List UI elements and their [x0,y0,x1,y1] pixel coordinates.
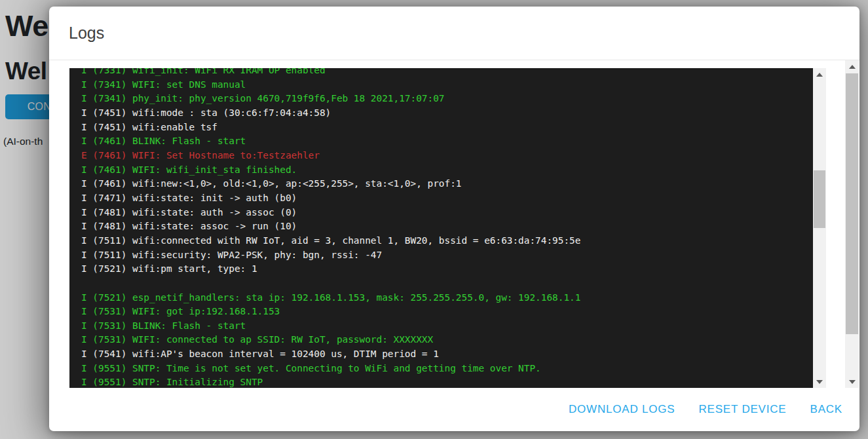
scroll-up-icon[interactable] [813,69,826,80]
log-line: I (7331) wifi_init: WiFi RX IRAM OP enab… [81,68,813,78]
log-line: I (7341) WIFI: set DNS manual [81,78,813,92]
log-scrollbar-thumb[interactable] [814,170,825,228]
log-line: E (7461) WIFI: Set Hostname to:Testzaehl… [81,149,813,163]
reset-device-button[interactable]: RESET DEVICE [699,403,787,416]
dialog-scrollbar-thumb[interactable] [846,73,858,334]
scroll-down-icon[interactable] [813,376,826,387]
log-scrollbar[interactable] [813,68,826,388]
dialog-title: Logs [69,24,104,43]
log-line: I (7481) wifi:state: assoc -> run (10) [81,220,813,234]
log-line: I (7511) wifi:connected with RW IoT, aid… [81,234,813,248]
log-line: I (7531) WIFI: got ip:192.168.1.153 [81,305,813,319]
dialog-footer: DOWNLOAD LOGS RESET DEVICE BACK [49,388,859,431]
log-line: I (7461) BLINK: Flash - start [81,134,813,149]
log-line: I (7511) wifi:security: WPA2-PSK, phy: b… [81,248,813,263]
log-line: I (7521) wifi:pm start, type: 1 [81,262,813,277]
log-console[interactable]: I (7331) wifi_init: WiFi RX IRAM OP enab… [69,68,826,388]
log-line: I (7471) wifi:state: init -> auth (b0) [81,191,813,206]
log-line: I (7451) wifi:enable tsf [81,121,813,135]
log-line [81,277,813,291]
download-logs-button[interactable]: DOWNLOAD LOGS [569,403,675,416]
dialog-header: Logs [49,7,859,60]
log-line: I (7531) BLINK: Flash - start [81,319,813,334]
dialog-body: I (7331) wifi_init: WiFi RX IRAM OP enab… [49,60,859,388]
log-line: I (7521) esp_netif_handlers: sta ip: 192… [81,291,813,305]
log-line: I (7541) wifi:AP's beacon interval = 102… [81,347,813,362]
log-line: I (7481) wifi:state: auth -> assoc (0) [81,206,813,220]
back-button[interactable]: BACK [810,403,843,416]
logs-dialog: Logs I (7331) wifi_init: WiFi RX IRAM OP… [49,7,859,431]
scroll-down-icon[interactable] [845,376,859,387]
log-line: I (9551) SNTP: Initializing SNTP [81,375,813,388]
dialog-scrollbar[interactable] [845,60,859,388]
log-line: I (9551) SNTP: Time is not set yet. Conn… [81,362,813,376]
log-line: I (7461) wifi:new:<1,0>, old:<1,0>, ap:<… [81,177,813,191]
log-line: I (7341) phy_init: phy_version 4670,719f… [81,92,813,106]
log-line: I (7451) wifi:mode : sta (30:c6:f7:04:a4… [81,106,813,121]
log-output: I (7331) wifi_init: WiFi RX IRAM OP enab… [81,68,813,388]
log-line: I (7531) WIFI: connected to ap SSID: RW … [81,333,813,347]
log-line: I (7461) WIFI: wifi_init_sta finished. [81,163,813,178]
scroll-up-icon[interactable] [845,61,859,72]
